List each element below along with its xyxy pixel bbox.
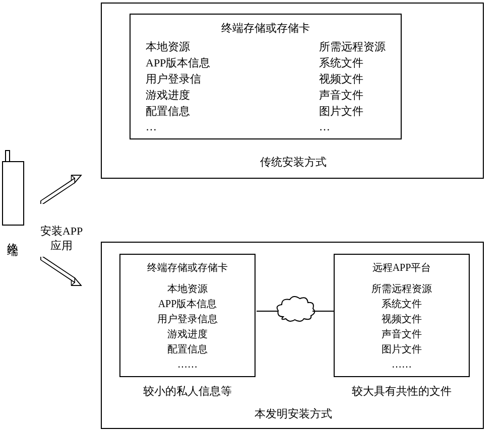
invention-caption: 本发明安装方式 (102, 406, 485, 421)
terminal-device-icon (2, 161, 24, 232)
storage-title-bottom-left: 终端存储或存储卡 (125, 260, 249, 275)
install-app-label: 安装APP 应用 (36, 224, 87, 253)
invention-install-box: 终端存储或存储卡 本地资源 APP版本信息 用户登录信息 游戏进度 配置信息 …… (101, 242, 484, 429)
terminal-storage-box-bottom: 终端存储或存储卡 本地资源 APP版本信息 用户登录信息 游戏进度 配置信息 …… (119, 254, 256, 377)
remote-resources-col: 所需远程资源 系统文件 视频文件 声音文件 图片文件 … (319, 39, 386, 135)
remote-platform-title: 远程APP平台 (340, 260, 464, 275)
large-common-caption: 较大具有共性的文件 (329, 384, 475, 399)
local-resources-body: 本地资源 APP版本信息 用户登录信息 游戏进度 配置信息 …… (125, 281, 249, 372)
traditional-install-box: 终端存储或存储卡 本地资源 APP版本信息 用户登录信 游戏进度 配置信息 … … (101, 3, 484, 179)
arrow-down-icon (31, 257, 92, 287)
remote-app-platform-box: 远程APP平台 所需远程资源 系统文件 视频文件 声音文件 图片文件 …… (334, 254, 470, 377)
cloud-icon (276, 296, 316, 323)
terminal-storage-box-top: 终端存储或存储卡 本地资源 APP版本信息 用户登录信 游戏进度 配置信息 … … (130, 14, 402, 139)
connector-right (312, 311, 334, 312)
terminal-label: 终端 (5, 234, 20, 238)
arrow-up-icon (31, 174, 92, 204)
traditional-caption: 传统安装方式 (102, 155, 485, 170)
small-private-caption: 较小的私人信息等 (127, 384, 248, 399)
remote-resources-body: 所需远程资源 系统文件 视频文件 声音文件 图片文件 …… (340, 281, 464, 372)
local-resources-col: 本地资源 APP版本信息 用户登录信 游戏进度 配置信息 … (146, 39, 210, 135)
storage-title-top: 终端存储或存储卡 (146, 21, 386, 36)
